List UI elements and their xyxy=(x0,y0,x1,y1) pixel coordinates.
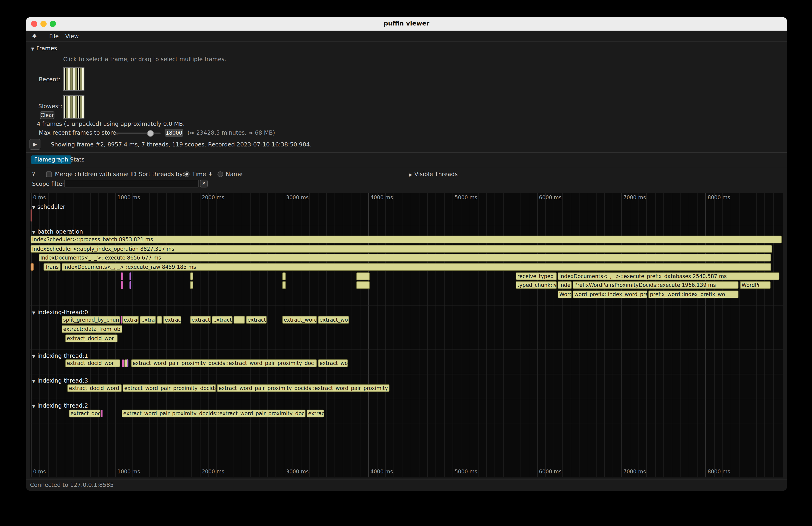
flamegraph-canvas[interactable]: 0 ms0 ms1000 ms1000 ms2000 ms2000 ms3000… xyxy=(30,193,783,478)
menu-view[interactable]: View xyxy=(66,33,79,40)
scope-bar[interactable]: extract xyxy=(246,316,266,324)
scope-bar[interactable] xyxy=(190,272,193,280)
tab-stats[interactable]: Stats xyxy=(67,155,88,164)
scope-bar[interactable]: IndexDocuments<_, _>::execute 8656.677 m… xyxy=(39,254,771,262)
help-button[interactable]: ? xyxy=(32,171,35,177)
scope-bar[interactable]: Trans xyxy=(44,263,61,271)
scope-bar[interactable]: split_grenad_by_chun xyxy=(62,316,120,324)
scope-bar[interactable]: Word xyxy=(558,291,572,298)
scope-bar[interactable]: extract_wo xyxy=(318,316,349,324)
time-axis-label: 3000 ms xyxy=(286,195,308,201)
titlebar[interactable]: puffin viewer xyxy=(26,17,787,31)
puffin-viewer-window: puffin viewer ✱ File View ▼Frames Click … xyxy=(26,17,787,491)
scope-bar[interactable] xyxy=(130,272,131,280)
scope-bar[interactable] xyxy=(121,316,122,324)
scope-bar[interactable]: IndexScheduler>::process_batch 8953.821 … xyxy=(31,236,782,244)
sort-direction-arrow-icon[interactable]: ⬇ xyxy=(208,171,213,177)
scope-bar[interactable]: index xyxy=(558,281,572,289)
app-menu-icon[interactable]: ✱ xyxy=(32,33,37,39)
scope-bar[interactable]: extract_ xyxy=(190,316,211,324)
scope-bar[interactable]: extract_word_pair_proximity_docids::extr… xyxy=(217,384,389,392)
scope-bar[interactable]: extract_wo xyxy=(318,360,348,367)
thread-header[interactable]: ▼indexing-thread:2 xyxy=(32,402,88,409)
scope-bar[interactable]: extract_docid_wor xyxy=(66,360,120,367)
scope-bar-label: extract_docid_word xyxy=(69,385,119,391)
frames-header-label: Frames xyxy=(37,45,57,52)
collapse-triangle-icon: ▼ xyxy=(31,47,34,51)
scope-bar[interactable] xyxy=(101,410,103,418)
merge-children-checkbox[interactable] xyxy=(46,172,52,177)
frames-section-header[interactable]: ▼Frames xyxy=(31,45,57,52)
scope-bar[interactable] xyxy=(282,272,286,280)
scope-bar[interactable]: word_prefix::index_word_prefix_ xyxy=(573,291,648,298)
scope-bar[interactable] xyxy=(127,360,129,367)
thread-header[interactable]: ▼indexing-thread:0 xyxy=(32,309,88,316)
scope-bar[interactable]: extract::data_from_ob xyxy=(62,325,122,333)
scope-bar[interactable]: extract_docid_word xyxy=(68,384,122,392)
scope-bar[interactable]: extract_word_pair_proximity_docids xyxy=(123,384,216,392)
time-axis-label: 0 ms xyxy=(33,195,46,201)
scope-bar[interactable]: prefix_word::index_prefix_wo xyxy=(648,291,739,298)
menu-file[interactable]: File xyxy=(49,33,59,40)
scope-bar-label: extract_word_pair_proximity_docids::extr… xyxy=(123,411,304,417)
visible-threads-label: Visible Threads xyxy=(414,171,458,177)
sort-by-time-label: Time xyxy=(192,171,206,177)
sort-threads-label: Sort threads by: xyxy=(139,171,184,177)
sort-by-time-radio[interactable] xyxy=(184,172,190,177)
scope-bar[interactable]: extrac xyxy=(163,316,181,324)
scope-bar[interactable]: extrac xyxy=(307,410,324,418)
scope-bar[interactable]: extract_docid_wor xyxy=(66,335,118,342)
scope-bar[interactable]: receive_typed_ xyxy=(516,272,557,280)
scope-bar[interactable] xyxy=(121,272,123,280)
clear-button[interactable]: Clear xyxy=(40,111,55,119)
scope-bar[interactable]: IndexScheduler>::apply_index_operation 8… xyxy=(31,245,772,253)
recent-frames-thumbnail[interactable] xyxy=(63,68,85,91)
scope-bar[interactable]: extract_word_pair_proximity_docids::extr… xyxy=(131,360,317,367)
scope-bar[interactable]: extract xyxy=(122,316,139,324)
scope-bar[interactable] xyxy=(282,281,286,289)
clear-filter-button[interactable]: ✕ xyxy=(200,179,208,188)
scope-bar-label: extract_docid_wor xyxy=(67,336,114,341)
scope-bar[interactable]: extract_ xyxy=(212,316,232,324)
max-frames-value[interactable]: 18000 xyxy=(165,129,183,137)
slowest-frames-thumbnail[interactable] xyxy=(63,95,85,119)
scope-bar[interactable] xyxy=(157,316,162,324)
scope-bar[interactable] xyxy=(31,263,33,271)
time-axis-label: 8000 ms xyxy=(708,195,730,201)
scope-bar[interactable]: extra xyxy=(140,316,156,324)
frame-info: Showing frame #2, 8957.4 ms, 7 threads, … xyxy=(51,141,312,148)
thread-header[interactable]: ▼scheduler xyxy=(32,203,66,210)
scope-bar[interactable]: typed_chunk::w xyxy=(516,281,557,289)
scope-bar[interactable] xyxy=(31,209,31,222)
scope-bar[interactable] xyxy=(356,281,369,289)
collapse-triangle-icon: ▼ xyxy=(32,311,35,316)
collapse-triangle-icon: ▼ xyxy=(32,404,35,409)
scope-bar[interactable] xyxy=(130,281,131,289)
scope-bar[interactable]: extract_doc xyxy=(69,410,100,418)
scope-filter-input[interactable] xyxy=(64,179,199,188)
thread-header[interactable]: ▼indexing-thread:3 xyxy=(32,378,88,384)
scope-bar[interactable] xyxy=(122,360,124,367)
scope-bar[interactable] xyxy=(190,281,193,289)
tab-flamegraph[interactable]: Flamegraph xyxy=(31,155,71,164)
scope-bar[interactable]: extract_word_pair_proximity_docids::extr… xyxy=(122,410,305,418)
time-axis-label: 1000 ms xyxy=(117,469,140,474)
thread-header[interactable]: ▼indexing-thread:1 xyxy=(32,353,88,360)
collapse-triangle-icon: ▼ xyxy=(32,205,35,210)
scope-bar[interactable]: WordPr xyxy=(740,281,770,289)
visible-threads-toggle[interactable]: ▶Visible Threads xyxy=(409,171,458,177)
statusbar-separator xyxy=(26,479,787,479)
collapse-triangle-icon: ▼ xyxy=(32,379,35,384)
scope-bar[interactable]: extract_word xyxy=(282,316,317,324)
scope-bar[interactable] xyxy=(356,272,369,280)
scope-bar-label: extract_word_pair_proximity_docids xyxy=(124,385,216,391)
scope-bar[interactable]: PrefixWordPairsProximityDocids::execute … xyxy=(573,281,739,289)
sort-by-name-radio[interactable] xyxy=(218,172,223,177)
scope-bar[interactable] xyxy=(234,316,245,324)
max-frames-slider-knob[interactable] xyxy=(147,130,154,137)
thread-header[interactable]: ▼batch-operation xyxy=(32,229,83,235)
scope-bar[interactable] xyxy=(121,281,123,289)
scope-bar[interactable]: IndexDocuments<_, _>::execute_raw 8459.1… xyxy=(62,263,771,271)
play-button[interactable]: ▶ xyxy=(29,139,40,150)
scope-bar[interactable]: IndexDocuments<_, _>::execute_prefix_dat… xyxy=(558,272,779,280)
